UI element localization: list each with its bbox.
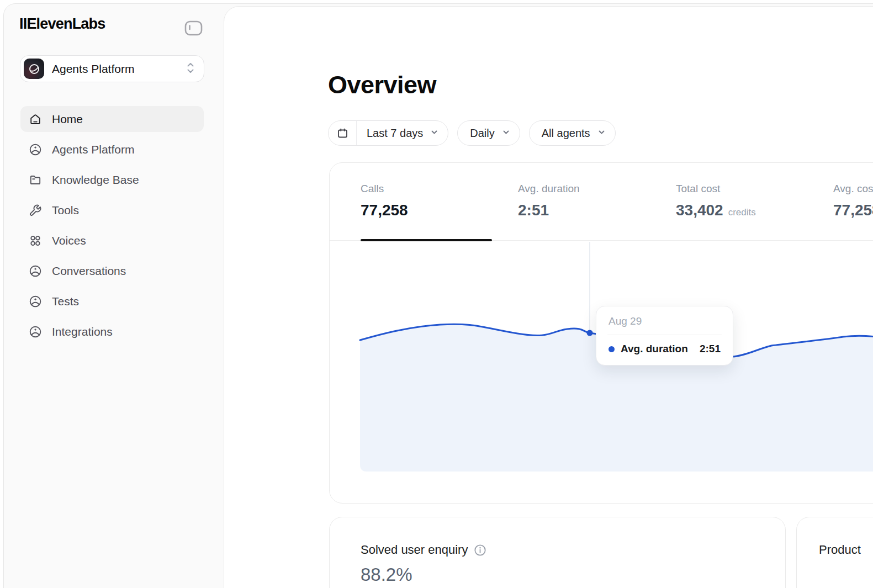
calendar-icon bbox=[329, 121, 357, 145]
voices-grid-icon bbox=[29, 234, 42, 247]
sidebar-item-conversations[interactable]: Conversations bbox=[20, 258, 204, 284]
info-icon[interactable] bbox=[474, 544, 486, 557]
granularity-filter[interactable]: Daily bbox=[457, 120, 520, 146]
agent-face-icon bbox=[29, 264, 42, 278]
agent-face-icon bbox=[29, 295, 42, 308]
agents-platform-app-icon bbox=[24, 59, 44, 79]
agent-face-icon bbox=[29, 325, 42, 338]
tooltip-divider bbox=[607, 335, 722, 335]
sidebar-item-label: Agents Platform bbox=[52, 143, 134, 156]
chart-tooltip: Aug 29 Avg. duration 2:51 bbox=[596, 306, 733, 365]
sidebar-item-label: Voices bbox=[52, 234, 86, 247]
tooltip-series-value: 2:51 bbox=[700, 343, 721, 355]
metric-card-solved-user-enquiry: Solved user enquiry 88.2% bbox=[329, 517, 786, 588]
stat-value: 33,402 bbox=[676, 202, 723, 219]
sidebar-item-knowledge-base[interactable]: Knowledge Base bbox=[20, 167, 204, 193]
sidebar-item-tests[interactable]: Tests bbox=[20, 288, 204, 314]
date-range-filter[interactable]: Last 7 days bbox=[328, 120, 448, 146]
tooltip-date: Aug 29 bbox=[609, 315, 721, 327]
stat-tab-calls[interactable]: Calls 77,258 bbox=[361, 183, 408, 219]
stat-tab-avg-cost[interactable]: Avg. cost 77,258 bbox=[833, 183, 873, 219]
wrench-icon bbox=[29, 204, 42, 217]
folder-icon bbox=[29, 173, 42, 187]
sidebar-item-tools[interactable]: Tools bbox=[20, 197, 204, 223]
chevron-up-down-icon bbox=[185, 61, 196, 77]
agent-face-icon bbox=[29, 143, 42, 156]
elevenlabs-logo: IIElevenLabs bbox=[19, 15, 105, 33]
sidebar-item-label: Tools bbox=[52, 204, 79, 217]
sidebar-collapse-icon[interactable] bbox=[184, 20, 203, 36]
app-viewport: IIElevenLabs Agents Platform bbox=[0, 0, 873, 588]
metric-card-product: Product bbox=[796, 517, 873, 588]
sidebar-nav: Home Agents Platform Knowledge Base bbox=[20, 106, 204, 345]
stat-label: Avg. cost bbox=[833, 183, 873, 195]
sidebar-item-voices[interactable]: Voices bbox=[20, 227, 204, 253]
workspace-label: Agents Platform bbox=[52, 62, 134, 76]
stat-value: 77,258 bbox=[361, 202, 408, 219]
chevron-down-icon bbox=[501, 127, 511, 140]
stat-tab-total-cost[interactable]: Total cost 33,402 credits bbox=[676, 183, 756, 219]
metric-title: Solved user enquiry bbox=[361, 543, 468, 557]
granularity-label: Daily bbox=[458, 127, 501, 140]
workspace-selector[interactable]: Agents Platform bbox=[20, 55, 204, 82]
stat-label: Avg. duration bbox=[518, 183, 580, 195]
sidebar-item-label: Knowledge Base bbox=[52, 173, 139, 187]
highlighted-point bbox=[587, 330, 593, 336]
sidebar-item-integrations[interactable]: Integrations bbox=[20, 319, 204, 345]
filters-row: Last 7 days Daily All agents bbox=[328, 120, 616, 146]
sidebar-item-label: Home bbox=[52, 113, 83, 126]
agents-filter[interactable]: All agents bbox=[529, 120, 616, 146]
metric-title: Product bbox=[819, 543, 861, 557]
stat-value-suffix: credits bbox=[728, 207, 756, 218]
sidebar-item-agents-platform[interactable]: Agents Platform bbox=[20, 136, 204, 162]
sidebar-item-label: Conversations bbox=[52, 264, 126, 278]
metric-value: 88.2% bbox=[361, 564, 785, 585]
active-stat-indicator bbox=[361, 239, 492, 241]
sidebar-item-label: Integrations bbox=[52, 325, 113, 338]
date-range-label: Last 7 days bbox=[357, 127, 430, 140]
main-panel: Overview Last 7 days Daily bbox=[224, 6, 873, 588]
chevron-down-icon bbox=[430, 127, 439, 140]
sidebar-item-label: Tests bbox=[52, 295, 79, 308]
agents-filter-label: All agents bbox=[530, 127, 597, 140]
stat-tab-avg-duration[interactable]: Avg. duration 2:51 bbox=[518, 183, 580, 219]
tooltip-series-label: Avg. duration bbox=[621, 343, 688, 355]
page-title: Overview bbox=[328, 71, 436, 99]
chevron-down-icon bbox=[597, 127, 606, 140]
sidebar-item-home[interactable]: Home bbox=[20, 106, 204, 132]
stat-value: 77,258 bbox=[833, 202, 873, 219]
stat-label: Total cost bbox=[676, 183, 756, 195]
series-dot-icon bbox=[609, 346, 615, 352]
stat-label: Calls bbox=[361, 183, 408, 195]
overview-chart-card: Calls 77,258 Avg. duration 2:51 Total co… bbox=[329, 162, 873, 504]
home-icon bbox=[29, 113, 42, 126]
stat-value: 2:51 bbox=[518, 202, 549, 219]
